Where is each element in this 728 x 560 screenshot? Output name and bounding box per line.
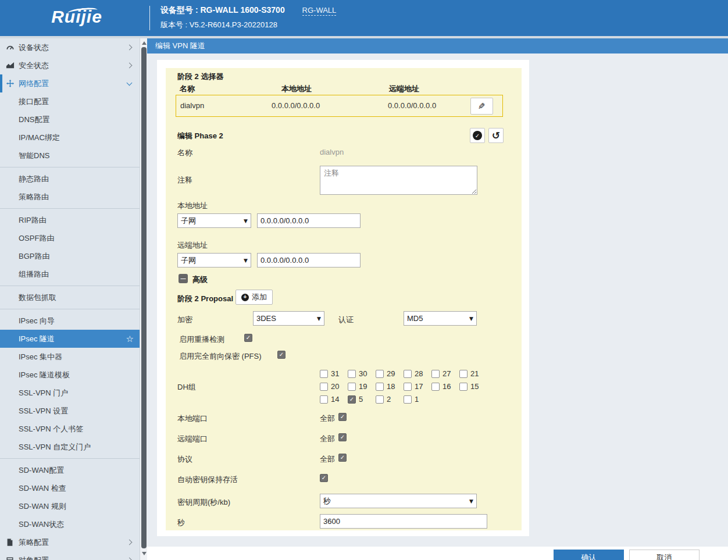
- sidebar-item-interface-config[interactable]: 接口配置: [0, 92, 140, 110]
- pfs-checkbox[interactable]: [277, 351, 286, 359]
- dh-group-checkbox-27[interactable]: [431, 370, 440, 378]
- dh-group-checkbox-14[interactable]: [320, 395, 328, 404]
- dh-group-checkbox-16[interactable]: [431, 383, 440, 391]
- selector-table-row[interactable]: dialvpn 0.0.0.0/0.0.0.0 0.0.0.0/0.0.0.0 …: [176, 95, 503, 117]
- sidebar-item-static-route[interactable]: 静态路由: [0, 170, 140, 188]
- dh-group-option-30[interactable]: 30: [348, 369, 367, 378]
- dh-group-option-20[interactable]: 20: [320, 382, 339, 391]
- dh-group-checkbox-19[interactable]: [348, 383, 356, 391]
- dh-group-option-5[interactable]: 5: [348, 395, 363, 404]
- encryption-select[interactable]: 3DES ▼: [253, 311, 324, 326]
- local-address-type-select[interactable]: 子网 ▼: [177, 213, 251, 228]
- dh-group-option-2[interactable]: 2: [376, 395, 391, 404]
- sidebar-item-device-status[interactable]: 设备状态: [0, 38, 140, 56]
- advanced-label: 高级: [192, 274, 208, 285]
- collapse-advanced-icon[interactable]: [179, 274, 188, 283]
- sidebar-item-packet-capture[interactable]: 数据包抓取: [0, 288, 140, 306]
- dh-group-checkbox-20[interactable]: [320, 383, 328, 391]
- sidebar-item-label: 设备状态: [19, 42, 49, 53]
- scroll-up-icon[interactable]: [142, 41, 147, 45]
- sidebar-item-ip-mac-binding[interactable]: IP/MAC绑定: [0, 129, 140, 147]
- auth-value: MD5: [407, 314, 423, 323]
- remote-port-all-checkbox[interactable]: [338, 433, 347, 441]
- cancel-button[interactable]: 取消: [629, 550, 700, 560]
- replay-detection-label: 启用重播检测: [179, 334, 224, 345]
- dh-group-option-21[interactable]: 21: [459, 369, 479, 378]
- remote-address-type-select[interactable]: 子网 ▼: [177, 253, 251, 267]
- scrollbar-thumb[interactable]: [141, 47, 147, 548]
- dh-group-option-16[interactable]: 16: [431, 382, 451, 391]
- dh-group-number-label: 2: [387, 395, 391, 404]
- network-config-icon: [5, 79, 15, 88]
- dh-group-option-14[interactable]: 14: [320, 395, 339, 404]
- sidebar-item-sdwan-status[interactable]: SD-WAN状态: [0, 515, 140, 533]
- remote-port-all-label: 全部: [320, 434, 335, 444]
- sidebar-item-ipsec-tunnel-template[interactable]: IPsec 隧道模板: [0, 366, 140, 384]
- sidebar-item-label: 数据包抓取: [19, 293, 56, 303]
- dh-group-checkbox-29[interactable]: [376, 370, 384, 378]
- dh-group-option-29[interactable]: 29: [376, 369, 395, 378]
- sidebar-scrollbar[interactable]: [140, 38, 147, 560]
- sidebar-item-policy-config[interactable]: 策略配置: [0, 533, 140, 551]
- dh-group-option-17[interactable]: 17: [404, 382, 423, 391]
- replay-detection-checkbox[interactable]: [244, 334, 252, 342]
- dh-group-checkbox-31[interactable]: [320, 370, 328, 378]
- sidebar-item-ipsec-concentrator[interactable]: IPsec 集中器: [0, 348, 140, 366]
- sidebar-item-dns-config[interactable]: DNS配置: [0, 110, 140, 129]
- sidebar-item-sslvpn-bookmarks[interactable]: SSL-VPN 个人书签: [0, 420, 140, 438]
- sidebar-item-multicast-route[interactable]: 组播路由: [0, 265, 140, 283]
- sidebar-item-sslvpn-settings[interactable]: SSL-VPN 设置: [0, 402, 140, 420]
- keylife-select[interactable]: 秒 ▼: [320, 494, 477, 508]
- dh-group-option-1[interactable]: 1: [404, 395, 419, 404]
- dh-group-checkbox-28[interactable]: [404, 370, 412, 378]
- scroll-down-icon[interactable]: [142, 552, 147, 555]
- protocol-all-checkbox[interactable]: [338, 454, 347, 462]
- sidebar-item-bgp-route[interactable]: BGP路由: [0, 247, 140, 265]
- dh-group-checkbox-1[interactable]: [404, 395, 412, 404]
- auth-select[interactable]: MD5 ▼: [404, 311, 477, 326]
- apply-button[interactable]: ✓: [470, 128, 485, 143]
- sidebar-item-policy-route[interactable]: 策略路由: [0, 188, 140, 206]
- dh-group-checkbox-30[interactable]: [348, 370, 356, 378]
- sidebar-item-sdwan-config[interactable]: SD-WAN配置: [0, 461, 140, 479]
- dh-group-option-27[interactable]: 27: [431, 369, 451, 378]
- dh-group-checkbox-21[interactable]: [459, 370, 468, 378]
- dh-group-option-15[interactable]: 15: [459, 382, 479, 391]
- dh-group-option-19[interactable]: 19: [348, 382, 367, 391]
- remote-address-type-value: 子网: [181, 255, 196, 266]
- sidebar-item-sslvpn-custom-portal[interactable]: SSL-VPN 自定义门户: [0, 438, 140, 456]
- remote-address-input[interactable]: [257, 253, 361, 267]
- sidebar-item-smart-dns[interactable]: 智能DNS: [0, 147, 140, 165]
- dh-group-checkbox-18[interactable]: [376, 383, 384, 391]
- sidebar-item-rip-route[interactable]: RIP路由: [0, 211, 140, 229]
- edit-selector-button[interactable]: ✎: [470, 98, 493, 115]
- sidebar-item-object-config[interactable]: 对象配置: [0, 551, 140, 560]
- sidebar-item-network-config[interactable]: 网络配置: [0, 74, 140, 92]
- reset-button[interactable]: ↺: [488, 128, 504, 143]
- sidebar-item-security-status[interactable]: 安全状态: [0, 56, 140, 74]
- local-port-all-checkbox[interactable]: [338, 413, 347, 421]
- confirm-button[interactable]: 确认: [554, 550, 624, 560]
- sidebar-item-ipsec-wizard[interactable]: IPsec 向导: [0, 312, 140, 330]
- device-name-link[interactable]: RG-WALL: [302, 6, 337, 16]
- sidebar-item-ipsec-tunnel[interactable]: IPsec 隧道☆: [0, 330, 140, 348]
- local-port-all-label: 全部: [320, 413, 335, 424]
- sidebar-item-label: 智能DNS: [19, 151, 49, 161]
- sidebar-item-sslvpn-portal[interactable]: SSL-VPN 门户: [0, 384, 140, 402]
- comment-textarea[interactable]: [320, 166, 477, 195]
- sidebar-item-ospf-route[interactable]: OSPF路由: [0, 229, 140, 247]
- dh-group-checkbox-5[interactable]: [348, 395, 356, 404]
- dh-group-checkbox-15[interactable]: [459, 383, 468, 391]
- dh-group-option-18[interactable]: 18: [376, 382, 395, 391]
- keepalive-checkbox[interactable]: [320, 474, 328, 482]
- add-proposal-button[interactable]: + 添加: [235, 290, 273, 305]
- local-address-input[interactable]: [257, 213, 361, 228]
- sidebar-item-sdwan-rules[interactable]: SD-WAN 规则: [0, 497, 140, 515]
- dh-group-checkbox-2[interactable]: [376, 395, 384, 404]
- favorite-star-icon[interactable]: ☆: [126, 334, 134, 344]
- seconds-input[interactable]: [320, 514, 487, 529]
- dh-group-option-31[interactable]: 31: [320, 369, 339, 378]
- dh-group-option-28[interactable]: 28: [404, 369, 423, 378]
- sidebar-item-sdwan-check[interactable]: SD-WAN 检查: [0, 479, 140, 497]
- dh-group-checkbox-17[interactable]: [404, 383, 412, 391]
